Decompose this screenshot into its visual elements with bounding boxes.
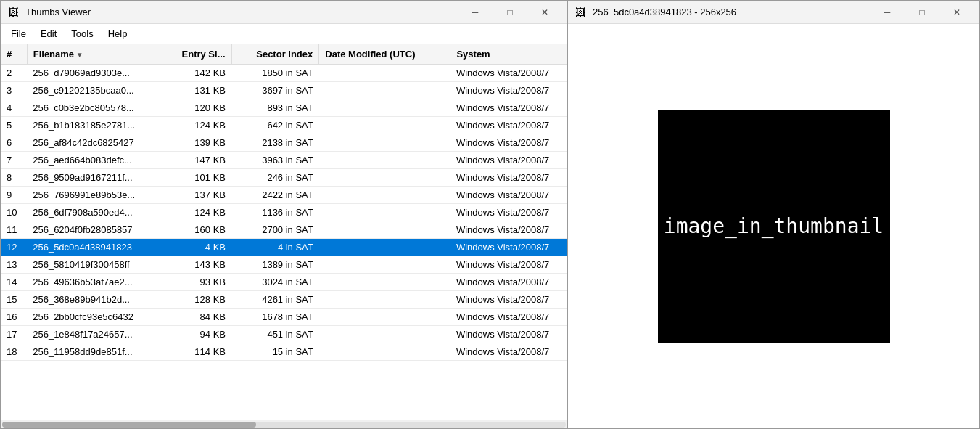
table-cell: 12 [1,239,27,256]
table-cell: 16 [1,309,27,326]
preview-area: image_in_thumbnail [568,24,979,428]
table-cell: 143 KB [173,256,232,274]
table-cell: 5 [1,117,27,134]
table-row[interactable]: 4256_c0b3e2bc805578...120 KB893 in SATWi… [1,99,567,117]
col-header-entry[interactable]: Entry Si... [173,44,232,65]
table-cell: 256_9509ad9167211f... [27,169,173,187]
table-row[interactable]: 15256_368e89b941b2d...128 KB4261 in SATW… [1,291,567,309]
table-row[interactable]: 5256_b1b183185e2781...124 KB642 in SATWi… [1,117,567,134]
table-cell: Windows Vista/2008/7 [450,274,567,291]
right-minimize-button[interactable]: ─ [870,1,904,24]
table-cell: 1850 in SAT [231,65,319,82]
table-cell [319,65,450,82]
table-cell: 13 [1,256,27,274]
table-cell: Windows Vista/2008/7 [450,152,567,169]
table-cell [319,239,450,256]
table-row[interactable]: 7256_aed664b083defc...147 KB3963 in SATW… [1,152,567,169]
table-row[interactable]: 2256_d79069ad9303e...142 KB1850 in SATWi… [1,65,567,82]
table-cell: 131 KB [173,82,232,99]
table-cell: 4 in SAT [231,239,319,256]
table-row[interactable]: 16256_2bb0cfc93e5c643284 KB1678 in SATWi… [1,309,567,326]
right-window: 🖼 256_5dc0a4d38941823 - 256x256 ─ □ ✕ im… [568,0,980,429]
table-cell: 124 KB [173,117,232,134]
table-cell [319,134,450,152]
table-row[interactable]: 17256_1e848f17a24657...94 KB451 in SATWi… [1,326,567,343]
col-header-sector[interactable]: Sector Index [231,44,319,65]
table-cell: Windows Vista/2008/7 [450,134,567,152]
col-header-date[interactable]: Date Modified (UTC) [319,44,450,65]
table-cell: 3024 in SAT [231,274,319,291]
table-cell: 256_11958dd9de851f... [27,343,173,361]
app-icon: 🖼 [7,6,20,19]
left-window-title: Thumbs Viewer [25,7,458,17]
table-cell: 2422 in SAT [231,187,319,204]
table-row[interactable]: 9256_7696991e89b53e...137 KB2422 in SATW… [1,187,567,204]
table-cell: Windows Vista/2008/7 [450,99,567,117]
table-cell: Windows Vista/2008/7 [450,117,567,134]
table-row[interactable]: 6256_af84c42dc6825427139 KB2138 in SATWi… [1,134,567,152]
table-cell: Windows Vista/2008/7 [450,309,567,326]
col-header-system[interactable]: System [450,44,567,65]
table-cell: Windows Vista/2008/7 [450,291,567,309]
table-cell: 160 KB [173,221,232,239]
table-cell: 2700 in SAT [231,221,319,239]
table-row[interactable]: 13256_5810419f300458ff143 KB1389 in SATW… [1,256,567,274]
right-maximize-button[interactable]: □ [905,1,939,24]
table-cell: Windows Vista/2008/7 [450,343,567,361]
table-cell: 256_5dc0a4d38941823 [27,239,173,256]
table-cell: 256_1e848f17a24657... [27,326,173,343]
table-cell: 93 KB [173,274,232,291]
table-cell [319,221,450,239]
table-cell: 4 KB [173,239,232,256]
table-cell: 256_5810419f300458ff [27,256,173,274]
table-cell: 128 KB [173,291,232,309]
left-minimize-button[interactable]: ─ [458,1,492,24]
thumbnail-text: image_in_thumbnail [664,214,884,238]
table-cell: 2 [1,65,27,82]
menu-item-tools[interactable]: Tools [64,27,100,41]
table-row[interactable]: 18256_11958dd9de851f...114 KB15 in SATWi… [1,343,567,361]
table-cell [319,326,450,343]
table-cell [319,117,450,134]
table-cell: 6 [1,134,27,152]
right-title-bar: 🖼 256_5dc0a4d38941823 - 256x256 ─ □ ✕ [568,1,979,24]
table-row[interactable]: 11256_6204f0fb28085857160 KB2700 in SATW… [1,221,567,239]
table-cell: Windows Vista/2008/7 [450,204,567,221]
menu-item-file[interactable]: File [4,27,33,41]
table-cell: 137 KB [173,187,232,204]
table-cell [319,343,450,361]
horizontal-scrollbar[interactable] [1,420,567,428]
file-table-container[interactable]: # Filename Entry Si... Sector Index Date… [1,44,567,420]
table-cell: 642 in SAT [231,117,319,134]
table-cell: 256_368e89b941b2d... [27,291,173,309]
table-row[interactable]: 12256_5dc0a4d389418234 KB4 in SATWindows… [1,239,567,256]
right-close-button[interactable]: ✕ [940,1,973,24]
table-row[interactable]: 3256_c91202135bcaa0...131 KB3697 in SATW… [1,82,567,99]
table-cell: 15 [1,291,27,309]
table-cell: Windows Vista/2008/7 [450,256,567,274]
col-header-num[interactable]: # [1,44,27,65]
table-cell: 10 [1,204,27,221]
table-cell [319,99,450,117]
menu-item-edit[interactable]: Edit [33,27,64,41]
table-cell: 3 [1,82,27,99]
table-cell: 147 KB [173,152,232,169]
col-header-filename[interactable]: Filename [27,44,173,65]
menu-item-help[interactable]: Help [101,27,135,41]
table-cell: 256_c91202135bcaa0... [27,82,173,99]
table-row[interactable]: 10256_6df7908a590ed4...124 KB1136 in SAT… [1,204,567,221]
scrollbar-track[interactable] [2,422,566,428]
table-cell: 94 KB [173,326,232,343]
table-cell: 84 KB [173,309,232,326]
left-close-button[interactable]: ✕ [528,1,561,24]
table-cell [319,256,450,274]
table-cell: 114 KB [173,343,232,361]
scrollbar-thumb[interactable] [2,422,256,428]
table-cell: 256_aed664b083defc... [27,152,173,169]
table-cell: 17 [1,326,27,343]
table-row[interactable]: 14256_49636b53af7ae2...93 KB3024 in SATW… [1,274,567,291]
table-row[interactable]: 8256_9509ad9167211f...101 KB246 in SATWi… [1,169,567,187]
left-maximize-button[interactable]: □ [493,1,527,24]
table-cell [319,309,450,326]
table-cell: 256_d79069ad9303e... [27,65,173,82]
